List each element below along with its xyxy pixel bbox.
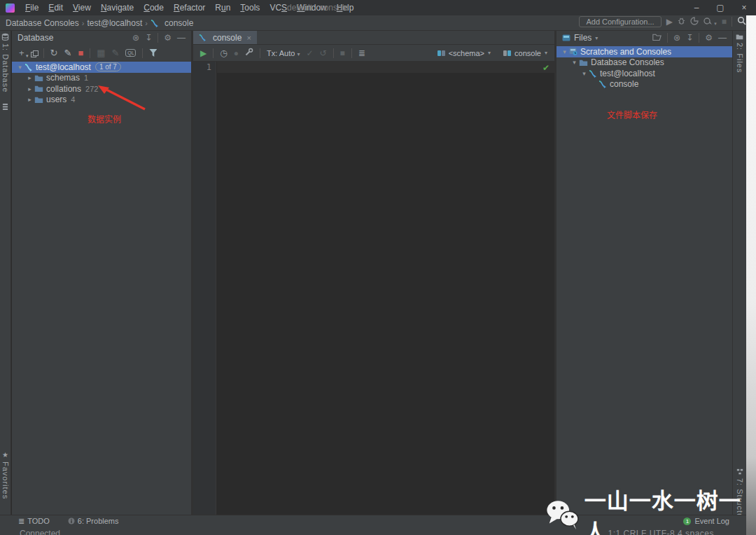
stop-square-icon[interactable]: ■ <box>78 48 83 58</box>
tool-button-database-changes[interactable] <box>0 103 10 111</box>
submit-pencil-icon[interactable]: ✎ <box>64 48 72 58</box>
folder-icon <box>34 74 43 82</box>
inspection-ok-icon[interactable]: ✔ <box>542 63 550 73</box>
database-panel-header[interactable]: Database ⊛ ↧ ⚙ — <box>12 31 191 45</box>
menu-tools[interactable]: Tools <box>235 0 265 15</box>
breadcrumb-test-localhost[interactable]: test@localhost <box>87 18 142 28</box>
breadcrumb-database-consoles[interactable]: Database Consoles <box>6 18 79 28</box>
close-button[interactable]: × <box>732 0 756 15</box>
schema-select[interactable]: <schema> <box>449 49 484 57</box>
minimize-button[interactable]: – <box>685 0 708 15</box>
run-icon[interactable]: ▶ <box>666 17 673 27</box>
commit-check-icon: ✓ <box>306 48 313 58</box>
tx-mode-select[interactable]: Tx: Auto ▾ <box>267 49 300 57</box>
chevron-down-icon[interactable]: ▾ <box>570 59 579 66</box>
console-toolbar: ▶ ◷ ● Tx: Auto ▾ ✓ ↺ ■ ≣ <schema> ▾ <box>193 45 554 62</box>
breadcrumb: Database Consoles › test@localhost › con… <box>6 18 193 28</box>
breadcrumb-separator-icon: › <box>145 19 148 27</box>
tree-row-database-consoles[interactable]: ▾ Database Consoles <box>556 57 732 69</box>
collapse-all-icon[interactable]: ↧ <box>145 33 152 43</box>
tree-row-test-localhost[interactable]: ▾ test@localhost 1 of 7 <box>12 62 191 73</box>
console-icon <box>150 19 159 27</box>
files-tool-window: Files ▾ ⊛ ↧ ⚙ — ▾ Scratches and Console <box>556 31 732 515</box>
right-tool-stripe: 2: Files 7: Structure <box>732 31 746 515</box>
window-title: default - console <box>287 3 349 13</box>
wechat-icon <box>545 499 580 530</box>
chevron-down-icon: ▾ <box>545 50 547 56</box>
tab-console[interactable]: console × <box>193 31 257 44</box>
search-everywhere-icon[interactable] <box>737 16 746 27</box>
chevron-down-icon[interactable]: ▾ <box>580 70 589 77</box>
folder-icon <box>34 96 43 104</box>
maximize-button[interactable]: ▢ <box>708 0 732 15</box>
annotation-file-script-save: 文件脚本保存 <box>607 109 657 120</box>
menu-code[interactable]: Code <box>139 0 169 15</box>
hide-panel-icon[interactable]: — <box>718 33 727 43</box>
tab-close-icon[interactable]: × <box>246 34 251 42</box>
session-select[interactable]: console <box>514 49 541 57</box>
history-clock-icon[interactable]: ◷ <box>220 48 227 58</box>
coverage-icon[interactable] <box>690 17 699 27</box>
stop-icon: ■ <box>722 17 727 27</box>
output-console-icon[interactable]: ≣ <box>358 48 365 58</box>
editor-area: console × ▶ ◷ ● Tx: Auto ▾ ✓ ↺ ■ ≣ < <box>193 31 554 515</box>
execute-icon[interactable]: ▶ <box>200 48 206 58</box>
files-panel-icon <box>562 34 570 41</box>
refresh-icon[interactable]: ↻ <box>50 48 58 58</box>
tool-button-favorites[interactable]: ★ Favorites <box>0 451 10 499</box>
wrench-icon[interactable] <box>245 48 253 58</box>
duplicate-icon[interactable] <box>31 50 37 57</box>
console-icon <box>589 69 597 78</box>
chevron-right-icon[interactable]: ▸ <box>25 85 34 92</box>
chevron-down-icon: ▾ <box>297 51 300 57</box>
annotation-arrow <box>84 78 154 117</box>
add-data-source-icon[interactable]: +▾ <box>19 48 24 58</box>
menu-edit[interactable]: Edit <box>43 0 68 15</box>
menu-file[interactable]: File <box>20 0 43 15</box>
filter-funnel-icon[interactable] <box>149 49 157 57</box>
ide-window: File Edit View Navigate Code Refactor Ru… <box>0 0 756 535</box>
tool-button-files[interactable]: 2: Files <box>733 34 746 73</box>
list-icon: ≣ <box>18 517 24 526</box>
chevron-right-icon[interactable]: ▸ <box>25 96 34 103</box>
tool-button-database[interactable]: 1: Database <box>0 33 10 92</box>
tree-row-scratches[interactable]: ▾ Scratches and Consoles <box>556 46 732 57</box>
breadcrumb-console[interactable]: console <box>164 18 193 28</box>
session-icon <box>503 50 511 56</box>
menu-refactor[interactable]: Refactor <box>169 0 210 15</box>
app-logo-icon <box>6 4 15 13</box>
chevron-down-icon: ▾ <box>488 50 491 56</box>
scratches-icon <box>569 48 578 55</box>
settings-gear-icon[interactable]: ⚙ <box>705 33 713 43</box>
folder-icon <box>579 59 588 67</box>
watermark: 一山一水一树一人 <box>545 483 756 535</box>
add-configuration-button[interactable]: Add Configuration... <box>579 16 661 27</box>
console-icon <box>598 80 607 88</box>
line-number: 1 <box>206 62 211 72</box>
debug-bug-icon[interactable] <box>678 17 685 27</box>
left-tool-stripe: 1: Database ★ Favorites <box>0 31 11 515</box>
web-settings-icon[interactable]: ⊛ <box>673 33 680 43</box>
profiler-dropdown-icon[interactable]: ▾ <box>704 17 717 27</box>
hide-panel-icon[interactable]: — <box>177 33 186 43</box>
watermark-text: 一山一水一树一人 <box>584 483 756 535</box>
caret-line-highlight <box>217 62 554 73</box>
folder-icon <box>736 34 743 40</box>
settings-gear-icon[interactable]: ⚙ <box>164 33 172 43</box>
table-grid-icon: ▦ <box>97 48 105 58</box>
menu-view[interactable]: View <box>68 0 96 15</box>
todo-button[interactable]: ≣ TODO <box>18 517 50 526</box>
ql-console-icon[interactable]: QL <box>125 49 136 57</box>
chevron-down-icon[interactable]: ▾ <box>560 48 569 55</box>
tree-row-console-file[interactable]: console <box>556 79 732 90</box>
menu-run[interactable]: Run <box>210 0 235 15</box>
files-panel-header[interactable]: Files ▾ ⊛ ↧ ⚙ — <box>556 31 732 45</box>
tree-row-test-localhost-file[interactable]: ▾ test@localhost <box>556 68 732 79</box>
data-source-properties-icon[interactable]: ⊛ <box>132 33 139 43</box>
select-open-file-icon[interactable] <box>652 33 662 43</box>
collapse-all-icon[interactable]: ↧ <box>686 33 693 43</box>
chevron-right-icon[interactable]: ▸ <box>25 74 34 81</box>
problems-button[interactable]: 6: Problems <box>68 517 119 525</box>
menu-navigate[interactable]: Navigate <box>96 0 139 15</box>
chevron-down-icon[interactable]: ▾ <box>15 64 24 71</box>
